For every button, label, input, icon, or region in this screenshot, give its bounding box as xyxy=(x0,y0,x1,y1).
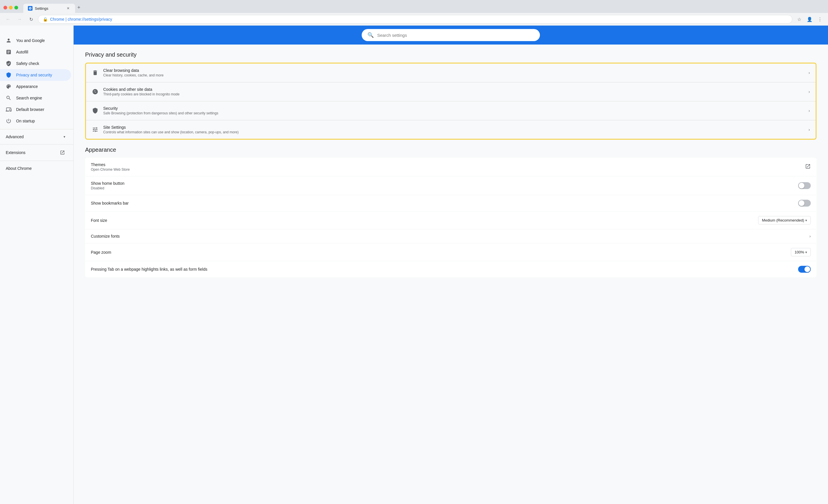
sidebar-item-extensions[interactable]: Extensions xyxy=(0,147,71,158)
forward-button[interactable]: → xyxy=(15,15,24,24)
page-zoom-label-container: Page zoom xyxy=(91,250,786,255)
back-button[interactable]: ← xyxy=(3,15,13,24)
sidebar-item-you-google[interactable]: You and Google xyxy=(0,35,71,46)
chevron-down-icon: ▾ xyxy=(64,135,65,139)
search-bar-container: 🔍 xyxy=(362,29,540,41)
browser-titlebar: Settings ✕ + xyxy=(0,0,828,13)
privacy-section-title: Privacy and security xyxy=(85,51,817,58)
search-icon: 🔍 xyxy=(367,32,374,38)
person-icon xyxy=(6,38,11,43)
sidebar-item-label-you-google: You and Google xyxy=(16,38,45,43)
clear-browsing-item[interactable]: Clear browsing data Clear history, cooki… xyxy=(86,63,816,82)
profile-button[interactable]: 👤 xyxy=(805,15,814,24)
sidebar-item-label-appearance: Appearance xyxy=(16,84,38,89)
tab-close-button[interactable]: ✕ xyxy=(66,6,71,11)
sidebar-item-label-autofill: Autofill xyxy=(16,50,28,54)
address-bar[interactable]: 🔒 Chrome | chrome://settings/privacy xyxy=(38,15,792,24)
bookmark-button[interactable]: ☆ xyxy=(795,15,804,24)
sidebar-item-advanced[interactable]: Advanced ▾ xyxy=(0,132,71,142)
autofill-icon xyxy=(6,49,11,55)
reload-button[interactable]: ↻ xyxy=(27,15,36,24)
default-browser-icon xyxy=(6,106,11,112)
show-home-button-toggle[interactable] xyxy=(798,182,811,189)
traffic-lights xyxy=(3,6,18,9)
customize-fonts-item[interactable]: Customize fonts › xyxy=(85,229,817,243)
show-home-button-title: Show home button xyxy=(91,181,793,186)
sidebar-item-on-startup[interactable]: On startup xyxy=(0,115,71,127)
page-zoom-title: Page zoom xyxy=(91,250,786,255)
extensions-label: Extensions xyxy=(6,150,25,155)
customize-fonts-label-container: Customize fonts xyxy=(91,234,805,238)
toolbar-actions: ☆ 👤 ⋮ xyxy=(795,15,825,24)
main-area: 🔍 Privacy and security Clear brows xyxy=(74,26,828,504)
page-zoom-select[interactable]: 100% ▾ xyxy=(791,248,811,256)
font-size-value: Medium (Recommended) xyxy=(762,218,804,222)
cookies-arrow: › xyxy=(809,89,810,94)
site-settings-content: Site Settings Controls what information … xyxy=(103,125,804,134)
browser-toolbar: ← → ↻ 🔒 Chrome | chrome://settings/priva… xyxy=(0,13,828,26)
sidebar-item-default-browser[interactable]: Default browser xyxy=(0,104,71,115)
font-size-dropdown-arrow: ▾ xyxy=(805,218,807,222)
font-size-label-container: Font size xyxy=(91,218,753,223)
sidebar-item-appearance[interactable]: Appearance xyxy=(0,81,71,92)
security-arrow: › xyxy=(809,108,810,113)
page-zoom-value: 100% xyxy=(795,250,804,254)
appearance-icon xyxy=(6,84,11,89)
show-bookmarks-bar-label-container: Show bookmarks bar xyxy=(91,201,793,205)
secure-icon: 🔒 xyxy=(43,17,48,21)
themes-item: Themes Open Chrome Web Store xyxy=(85,158,817,176)
font-size-title: Font size xyxy=(91,218,753,223)
themes-label-container: Themes Open Chrome Web Store xyxy=(91,163,800,172)
security-content: Security Safe Browsing (protection from … xyxy=(103,106,804,115)
site-settings-title: Site Settings xyxy=(103,125,804,130)
page-zoom-dropdown-arrow: ▾ xyxy=(805,250,807,254)
show-bookmarks-bar-toggle[interactable] xyxy=(798,200,811,207)
pressing-tab-item: Pressing Tab on a webpage highlights lin… xyxy=(85,261,817,277)
show-bookmarks-bar-item: Show bookmarks bar xyxy=(85,195,817,212)
new-tab-button[interactable]: + xyxy=(75,2,83,13)
security-icon xyxy=(92,107,98,114)
browser-frame: Settings ✕ + ← → ↻ 🔒 Chrome | chrome://s… xyxy=(0,0,828,26)
appearance-section: Appearance Themes Open Chrome Web Store xyxy=(85,146,817,277)
cookies-content: Cookies and other site data Third-party … xyxy=(103,87,804,96)
svg-point-2 xyxy=(95,92,96,93)
sidebar-item-label-on-startup: On startup xyxy=(16,119,35,123)
font-size-item: Font size Medium (Recommended) ▾ xyxy=(85,212,817,229)
tab-bar: Settings ✕ + xyxy=(23,2,83,13)
search-input[interactable] xyxy=(377,33,534,38)
sidebar: You and Google Autofill Safety check Pri… xyxy=(0,26,74,504)
minimize-button[interactable] xyxy=(9,6,13,9)
settings-tab[interactable]: Settings ✕ xyxy=(23,4,75,13)
font-size-select[interactable]: Medium (Recommended) ▾ xyxy=(758,216,811,224)
site-settings-item[interactable]: Site Settings Controls what information … xyxy=(86,121,816,139)
sidebar-item-about-chrome[interactable]: About Chrome xyxy=(0,163,71,174)
cookie-icon xyxy=(92,88,98,95)
safety-check-icon xyxy=(6,61,11,66)
themes-external-link-icon[interactable] xyxy=(805,164,811,170)
menu-button[interactable]: ⋮ xyxy=(815,15,825,24)
sidebar-item-search-engine[interactable]: Search engine xyxy=(0,92,71,104)
svg-point-3 xyxy=(94,92,94,93)
pressing-tab-toggle[interactable] xyxy=(798,266,811,273)
page-zoom-item: Page zoom 100% ▾ xyxy=(85,243,817,261)
cookies-item[interactable]: Cookies and other site data Third-party … xyxy=(86,83,816,101)
security-title: Security xyxy=(103,106,804,110)
svg-point-4 xyxy=(95,90,96,91)
sidebar-item-privacy-security[interactable]: Privacy and security xyxy=(0,69,71,81)
pressing-tab-label-container: Pressing Tab on a webpage highlights lin… xyxy=(91,267,793,272)
appearance-card: Themes Open Chrome Web Store Show home b… xyxy=(85,158,817,277)
close-button[interactable] xyxy=(3,6,7,9)
svg-point-1 xyxy=(94,91,95,91)
show-home-button-desc: Disabled xyxy=(91,186,793,190)
sidebar-item-safety-check[interactable]: Safety check xyxy=(0,58,71,69)
security-item[interactable]: Security Safe Browsing (protection from … xyxy=(86,101,816,120)
themes-desc: Open Chrome Web Store xyxy=(91,168,800,172)
on-startup-icon xyxy=(6,118,11,124)
show-home-button-item: Show home button Disabled xyxy=(85,176,817,195)
sidebar-item-autofill[interactable]: Autofill xyxy=(0,46,71,58)
themes-title: Themes xyxy=(91,163,800,167)
trash-icon xyxy=(92,69,98,76)
settings-container: You and Google Autofill Safety check Pri… xyxy=(0,26,828,504)
maximize-button[interactable] xyxy=(14,6,18,9)
sliders-icon xyxy=(92,126,98,133)
